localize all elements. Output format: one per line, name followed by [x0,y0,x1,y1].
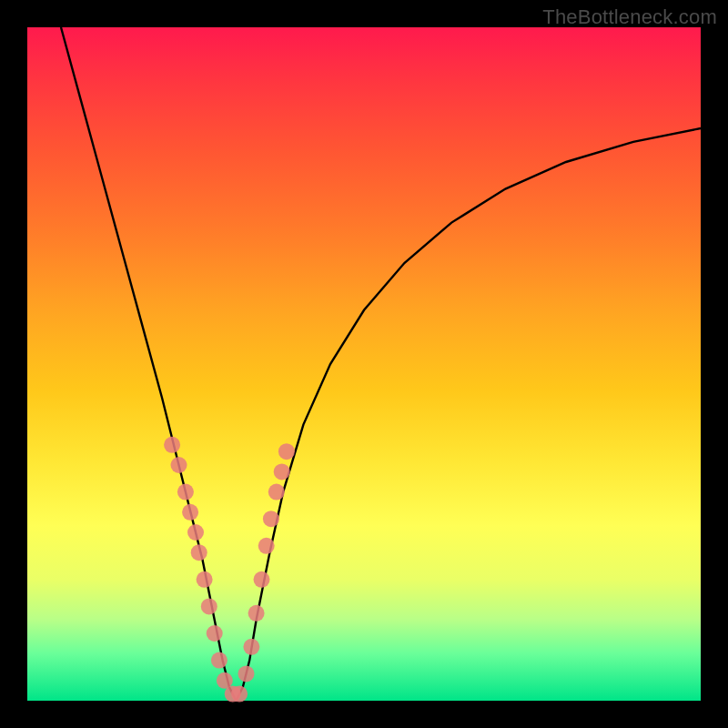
chart-svg [27,27,701,701]
bottleneck-curve [61,27,701,701]
highlight-dot [201,598,217,614]
highlight-dot [274,463,290,480]
highlight-dot [182,504,198,521]
highlight-dot [197,571,213,588]
highlight-dots [164,437,295,703]
watermark-text: TheBottleneck.com [542,5,717,29]
highlight-dot [258,538,275,554]
highlight-dot [248,605,265,622]
highlight-dot [278,443,295,460]
highlight-dot [171,457,187,473]
highlight-dot [254,571,270,588]
highlight-dot [164,437,180,453]
highlight-dot [238,665,255,682]
highlight-dot [177,484,194,500]
highlight-dot [243,639,259,655]
highlight-dot [263,511,279,527]
highlight-dot [268,484,285,500]
plot-area [27,27,701,701]
highlight-dot [211,652,228,669]
highlight-dot [191,544,207,561]
highlight-dot [187,524,204,541]
highlight-dot [231,686,248,703]
highlight-dot [207,625,223,642]
